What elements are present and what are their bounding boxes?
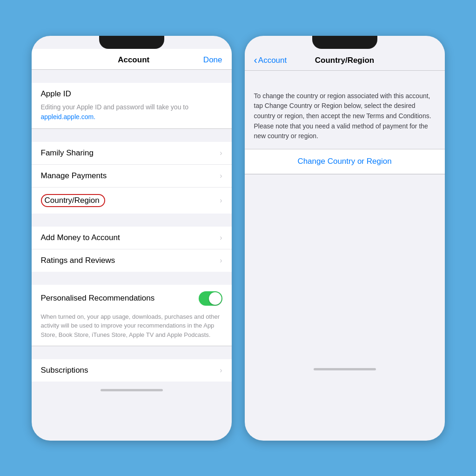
right-phone-header: ‹ Account Country/Region: [245, 49, 445, 70]
subscriptions-chevron: ›: [220, 366, 222, 375]
menu-group-2: Add Money to Account › Ratings and Revie…: [32, 227, 232, 272]
right-phone: ‹ Account Country/Region To change the c…: [245, 36, 445, 441]
apple-id-desc-text: Editing your Apple ID and password will …: [41, 103, 189, 111]
change-country-button[interactable]: Change Country or Region: [245, 149, 445, 174]
back-chevron-icon: ‹: [254, 55, 257, 66]
apple-id-section: Apple ID Editing your Apple ID and passw…: [32, 83, 232, 128]
manage-payments-label: Manage Payments: [41, 171, 107, 181]
personalised-rec-toggle[interactable]: [199, 291, 222, 306]
apple-id-description: Editing your Apple ID and password will …: [41, 102, 222, 122]
menu-group-3: Subscriptions ›: [32, 359, 232, 382]
family-sharing-item[interactable]: Family Sharing ›: [32, 142, 232, 165]
personalised-rec-toggle-row: Personalised Recommendations: [32, 285, 232, 312]
country-region-chevron: ›: [220, 196, 222, 205]
add-money-label: Add Money to Account: [41, 233, 120, 242]
left-phone-title: Account: [64, 55, 203, 65]
family-sharing-chevron: ›: [220, 149, 222, 157]
right-top-spacer: [245, 71, 445, 84]
top-spacer: [32, 70, 232, 83]
ratings-reviews-chevron: ›: [220, 256, 222, 265]
toggle-knob: [209, 292, 221, 305]
back-label: Account: [258, 56, 287, 65]
personalised-rec-description: When turned on, your app usage, download…: [32, 312, 232, 346]
ratings-reviews-label: Ratings and Reviews: [41, 256, 115, 265]
left-phone: Account Done Apple ID Editing your Apple…: [32, 36, 232, 441]
add-money-chevron: ›: [220, 234, 222, 242]
phone-notch: [99, 36, 164, 49]
manage-payments-item[interactable]: Manage Payments ›: [32, 165, 232, 188]
spacer-1: [32, 129, 232, 142]
ratings-reviews-item[interactable]: Ratings and Reviews ›: [32, 249, 232, 272]
apple-id-link[interactable]: appleid.apple.com.: [41, 113, 96, 121]
left-phone-header: Account Done: [32, 49, 232, 69]
personalised-rec-label: Personalised Recommendations: [41, 294, 199, 303]
country-region-description: To change the country or region associat…: [245, 84, 445, 149]
menu-group-1: Family Sharing › Manage Payments › Count…: [32, 142, 232, 214]
country-region-label: Country/Region: [41, 194, 105, 207]
subscriptions-label: Subscriptions: [41, 366, 88, 375]
done-button[interactable]: Done: [203, 55, 222, 65]
right-home-indicator: [314, 368, 376, 370]
family-sharing-label: Family Sharing: [41, 148, 94, 158]
home-indicator: [101, 389, 163, 391]
right-phone-title: Country/Region: [315, 56, 375, 65]
spacer-4: [32, 346, 232, 359]
spacer-2: [32, 214, 232, 227]
subscriptions-item[interactable]: Subscriptions ›: [32, 359, 232, 382]
back-button[interactable]: ‹ Account: [254, 55, 287, 66]
phones-container: Account Done Apple ID Editing your Apple…: [18, 22, 459, 455]
spacer-3: [32, 272, 232, 285]
manage-payments-chevron: ›: [220, 172, 222, 180]
grey-fill-area: [245, 174, 445, 361]
add-money-item[interactable]: Add Money to Account ›: [32, 227, 232, 249]
country-region-item[interactable]: Country/Region ›: [32, 188, 232, 214]
apple-id-title: Apple ID: [41, 89, 222, 99]
right-phone-notch: [312, 36, 377, 49]
